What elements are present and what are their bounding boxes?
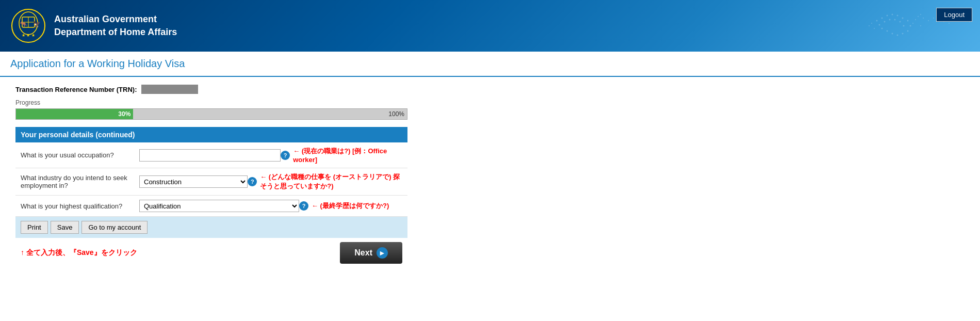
- svg-point-37: [928, 20, 929, 21]
- qualification-label: What is your highest qualification?: [15, 196, 134, 217]
- svg-point-34: [871, 23, 872, 24]
- progress-label: Progress: [15, 99, 480, 106]
- occupation-annotation: ← (現在の職業は?) [例：Office worker]: [293, 147, 402, 164]
- header: ★ ★ ★ 🦘 🦅 Australian Government Departme…: [0, 0, 980, 52]
- page-title: Application for a Working Holiday Visa: [10, 58, 970, 70]
- form-table: What is your usual occupation? ? ← (現在の職…: [15, 142, 407, 217]
- trn-value: [141, 85, 198, 94]
- svg-point-33: [920, 25, 921, 26]
- svg-point-15: [910, 25, 911, 27]
- occupation-input-wrap: ? ← (現在の職業は?) [例：Office worker]: [139, 147, 402, 164]
- svg-point-13: [902, 18, 904, 19]
- trn-row: Transaction Reference Number (TRN):: [15, 85, 480, 94]
- svg-point-16: [907, 30, 909, 32]
- qualification-annotation: ← (最終学歴は何ですか?): [312, 201, 389, 211]
- svg-point-24: [889, 19, 891, 21]
- industry-annotation: ← (どんな職種の仕事を (オーストラリアで) 探そうと思っていますか?): [260, 172, 402, 191]
- next-button[interactable]: Next ►: [340, 242, 402, 264]
- progress-end-label: 100%: [388, 110, 404, 118]
- header-logo: ★ ★ ★ 🦘 🦅 Australian Government Departme…: [10, 8, 177, 44]
- occupation-label: What is your usual occupation?: [15, 142, 134, 168]
- svg-text:★ ★ ★: ★ ★ ★: [22, 33, 35, 38]
- svg-point-30: [918, 16, 919, 17]
- progress-bar-fill: 30%: [16, 109, 133, 119]
- header-line2: Department of Home Affairs: [54, 26, 177, 39]
- industry-help-icon[interactable]: ?: [248, 177, 257, 186]
- svg-point-17: [902, 33, 904, 35]
- bottom-row: ↑ 全て入力後、『Save』をクリック Next ►: [15, 242, 407, 264]
- svg-point-20: [887, 30, 888, 32]
- svg-point-41: [949, 23, 950, 24]
- occupation-row: What is your usual occupation? ? ← (現在の職…: [15, 142, 407, 168]
- svg-point-23: [884, 21, 886, 23]
- progress-bar-container: 30% 100%: [15, 108, 407, 120]
- page-title-bar: Application for a Working Holiday Visa: [0, 52, 980, 77]
- qualification-select[interactable]: Qualification No formal qualification Se…: [139, 200, 299, 212]
- save-instruction: ↑ 全て入力後、『Save』をクリック: [21, 248, 137, 258]
- trn-label: Transaction Reference Number (TRN):: [15, 86, 137, 93]
- qualification-help-icon[interactable]: ?: [299, 201, 308, 211]
- industry-select[interactable]: Construction Agriculture Hospitality Tou…: [139, 175, 248, 188]
- svg-point-35: [869, 25, 870, 26]
- occupation-help-icon[interactable]: ?: [281, 151, 290, 160]
- svg-point-21: [881, 28, 883, 29]
- qualification-select-wrap: Qualification No formal qualification Se…: [139, 200, 402, 212]
- qualification-row: What is your highest qualification? Qual…: [15, 196, 407, 217]
- svg-point-28: [912, 23, 913, 24]
- svg-point-31: [920, 14, 921, 15]
- button-row: Print Save Go to my account: [15, 217, 407, 238]
- svg-point-29: [915, 19, 916, 20]
- industry-label: What industry do you intend to seek empl…: [15, 168, 134, 196]
- industry-row: What industry do you intend to seek empl…: [15, 168, 407, 196]
- logout-button[interactable]: Logout: [936, 8, 972, 22]
- svg-point-10: [887, 15, 888, 17]
- svg-point-27: [903, 25, 905, 27]
- account-button[interactable]: Go to my account: [81, 221, 148, 234]
- print-button[interactable]: Print: [21, 221, 48, 234]
- section-header: Your personal details (continued): [15, 127, 407, 142]
- svg-point-36: [874, 28, 875, 29]
- svg-point-22: [879, 24, 880, 26]
- header-text: Australian Government Department of Home…: [54, 13, 177, 39]
- save-button[interactable]: Save: [51, 221, 79, 234]
- coat-of-arms-icon: ★ ★ ★ 🦘 🦅: [10, 8, 46, 44]
- main-content: Transaction Reference Number (TRN): Prog…: [0, 77, 495, 271]
- progress-percent-label: 30%: [118, 110, 130, 118]
- svg-point-38: [933, 18, 934, 19]
- svg-point-26: [900, 21, 901, 23]
- svg-point-25: [894, 19, 896, 21]
- occupation-input[interactable]: [139, 149, 281, 162]
- next-label: Next: [354, 248, 372, 258]
- svg-point-8: [876, 20, 878, 22]
- svg-point-19: [892, 33, 893, 35]
- next-arrow-icon: ►: [377, 247, 388, 259]
- svg-point-14: [907, 20, 909, 22]
- svg-text:🦅: 🦅: [33, 20, 41, 28]
- svg-point-12: [897, 15, 899, 17]
- svg-point-18: [897, 35, 899, 36]
- svg-point-32: [923, 18, 924, 19]
- svg-point-11: [892, 14, 893, 15]
- svg-point-9: [881, 18, 883, 19]
- svg-text:🦘: 🦘: [20, 20, 27, 28]
- header-line1: Australian Government: [54, 13, 177, 26]
- industry-select-wrap: Construction Agriculture Hospitality Tou…: [139, 172, 402, 191]
